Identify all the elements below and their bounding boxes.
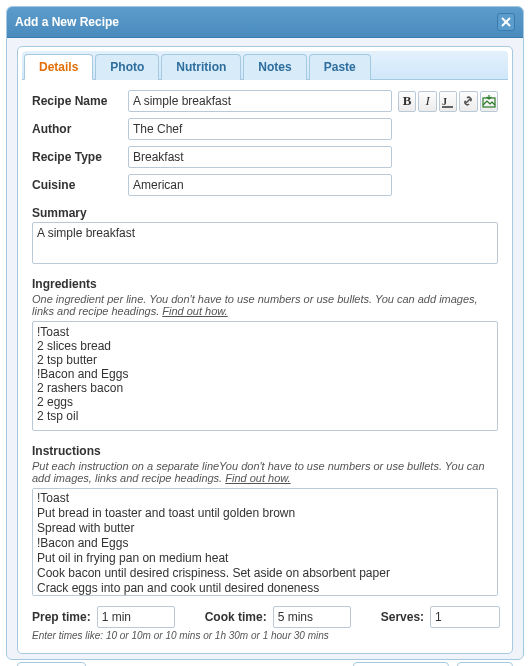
dialog-body: Details Photo Nutrition Notes Paste Reci… [7, 38, 523, 666]
prep-time-input[interactable] [97, 606, 175, 628]
format-toolbar: B I J [398, 91, 498, 112]
label-cuisine: Cuisine [32, 178, 122, 192]
tab-details[interactable]: Details [24, 54, 93, 80]
label-recipe-name: Recipe Name [32, 94, 122, 108]
link-button[interactable] [459, 91, 477, 112]
ingredients-textarea[interactable] [32, 321, 498, 431]
label-instructions: Instructions [32, 444, 498, 458]
label-prep-time: Prep time: [32, 610, 91, 624]
dialog-title: Add a New Recipe [15, 15, 119, 29]
instructions-hint: Put each instruction on a separate lineY… [32, 460, 498, 484]
bold-button[interactable]: B [398, 91, 416, 112]
image-icon [482, 94, 496, 108]
close-icon [501, 17, 511, 27]
tab-paste[interactable]: Paste [309, 54, 371, 80]
label-recipe-type: Recipe Type [32, 150, 122, 164]
label-cook-time: Cook time: [205, 610, 267, 624]
label-serves: Serves: [381, 610, 424, 624]
label-author: Author [32, 122, 122, 136]
instructions-find-out-link[interactable]: Find out how. [225, 472, 290, 484]
dialog-titlebar: Add a New Recipe [7, 7, 523, 38]
next-button[interactable]: Next [457, 662, 513, 666]
tab-nutrition[interactable]: Nutrition [161, 54, 241, 80]
heading-icon: J [441, 95, 454, 108]
tab-notes[interactable]: Notes [243, 54, 306, 80]
cancel-button[interactable]: Cancel [17, 662, 86, 666]
summary-textarea[interactable] [32, 222, 498, 264]
cook-time-input[interactable] [273, 606, 351, 628]
tabs-container: Details Photo Nutrition Notes Paste Reci… [17, 46, 513, 654]
dialog-footer: Cancel Add Recipe Next [17, 654, 513, 666]
time-entry-hint: Enter times like: 10 or 10m or 10 mins o… [32, 630, 498, 641]
svg-text:J: J [442, 96, 447, 107]
details-form: Recipe Name B I J [22, 80, 508, 645]
link-icon [461, 94, 475, 108]
tab-photo[interactable]: Photo [95, 54, 159, 80]
heading-button[interactable]: J [439, 91, 457, 112]
instructions-textarea[interactable]: !Toast Put bread in toaster and toast un… [32, 488, 498, 596]
close-button[interactable] [497, 13, 515, 31]
ingredients-find-out-link[interactable]: Find out how. [162, 305, 227, 317]
author-input[interactable] [128, 118, 392, 140]
tabbar: Details Photo Nutrition Notes Paste [22, 51, 508, 80]
italic-button[interactable]: I [418, 91, 436, 112]
label-summary: Summary [32, 206, 498, 220]
ingredients-hint: One ingredient per line. You don't have … [32, 293, 498, 317]
add-recipe-button[interactable]: Add Recipe [353, 662, 449, 666]
add-recipe-dialog: Add a New Recipe Details Photo Nutrition… [6, 6, 524, 660]
serves-input[interactable] [430, 606, 500, 628]
recipe-name-input[interactable] [128, 90, 392, 112]
cuisine-input[interactable] [128, 174, 392, 196]
image-button[interactable] [480, 91, 498, 112]
recipe-type-input[interactable] [128, 146, 392, 168]
label-ingredients: Ingredients [32, 277, 498, 291]
